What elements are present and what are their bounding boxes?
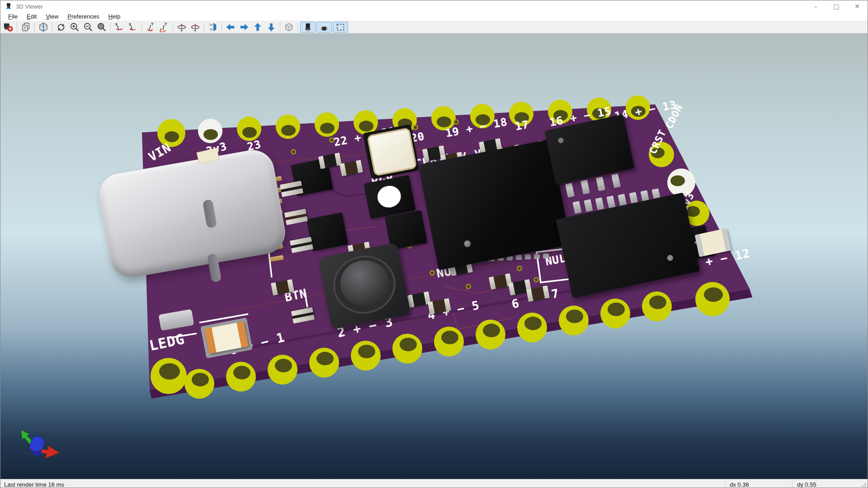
menu-item-view[interactable]: View — [42, 13, 62, 20]
button-cap[interactable] — [340, 260, 389, 306]
fpga-leg — [516, 255, 522, 260]
minimize-button[interactable]: – — [805, 0, 826, 12]
dx-readout: dx 0.36 — [725, 481, 792, 488]
reload-board-icon[interactable] — [37, 22, 50, 33]
toolbar: X X Y Y — [0, 21, 868, 33]
status-bar: Last render time 16 ms dx 0.36 dy 0.55 — [0, 479, 868, 488]
maximize-button[interactable]: □ — [826, 0, 847, 12]
pin1-dot — [557, 137, 564, 144]
pin1-dot — [667, 254, 674, 261]
axis-origin-indicator — [13, 425, 63, 465]
pin1-dot — [463, 240, 472, 248]
toggle-virtual-models-icon[interactable] — [333, 22, 348, 33]
rgb-led-lens — [376, 184, 403, 210]
window-title: 3D Viewer — [16, 3, 43, 10]
menu-item-help[interactable]: Help — [104, 13, 124, 20]
render-time-status: Last render time 16 ms — [0, 481, 725, 488]
rotate-x-counterclockwise-icon[interactable]: X — [126, 22, 140, 33]
zoom-to-fit-icon[interactable] — [95, 22, 108, 33]
menu-item-edit[interactable]: Edit — [23, 13, 41, 20]
export-3d-image-icon[interactable] — [1, 22, 15, 33]
3d-viewport-canvas[interactable]: VIN3v32322 + − 212019 + − 181716 + − 151… — [0, 33, 868, 479]
menu-item-file[interactable]: File — [4, 13, 22, 20]
flip-board-icon[interactable] — [206, 22, 220, 33]
zoom-in-icon[interactable] — [68, 22, 81, 33]
menu-item-preferences[interactable]: Preferences — [63, 13, 103, 20]
resize-grip[interactable] — [859, 483, 867, 488]
toggle-smd-models-icon[interactable] — [316, 22, 332, 33]
rotate-y-clockwise-icon[interactable]: Y — [144, 22, 157, 33]
svg-text:Y: Y — [165, 22, 167, 26]
zoom-out-icon[interactable] — [81, 22, 95, 33]
app-icon — [5, 3, 12, 10]
silkscreen-label: 17 — [514, 118, 530, 133]
rotate-y-counterclockwise-icon[interactable]: Y — [157, 22, 171, 33]
toggle-tht-models-icon[interactable] — [300, 22, 316, 33]
fpga-leg — [534, 254, 540, 259]
3d-viewer-window: 3D Viewer – □ ✕ FileEditViewPreferencesH… — [0, 0, 868, 488]
title-bar: 3D Viewer – □ ✕ — [0, 0, 868, 12]
orthographic-projection-icon[interactable] — [282, 22, 296, 33]
svg-text:Y: Y — [151, 22, 154, 26]
rotate-x-clockwise-icon[interactable]: X — [113, 22, 126, 33]
refresh-view-icon[interactable] — [54, 22, 68, 33]
move-left-icon[interactable] — [224, 22, 237, 33]
move-right-icon[interactable] — [237, 22, 251, 33]
menu-bar: FileEditViewPreferencesHelp — [0, 12, 868, 21]
move-down-icon[interactable] — [264, 22, 278, 33]
copy-image-icon[interactable] — [19, 22, 33, 33]
rotate-z-counterclockwise-icon[interactable]: Z — [189, 22, 202, 33]
fpga-leg — [543, 253, 549, 258]
move-up-icon[interactable] — [251, 22, 264, 33]
crystal-oscillator — [367, 127, 417, 177]
rotate-z-clockwise-icon[interactable]: Z — [175, 22, 189, 33]
fpga-leg — [525, 254, 531, 259]
dy-readout: dy 0.55 — [792, 481, 859, 488]
close-button[interactable]: ✕ — [847, 0, 868, 12]
